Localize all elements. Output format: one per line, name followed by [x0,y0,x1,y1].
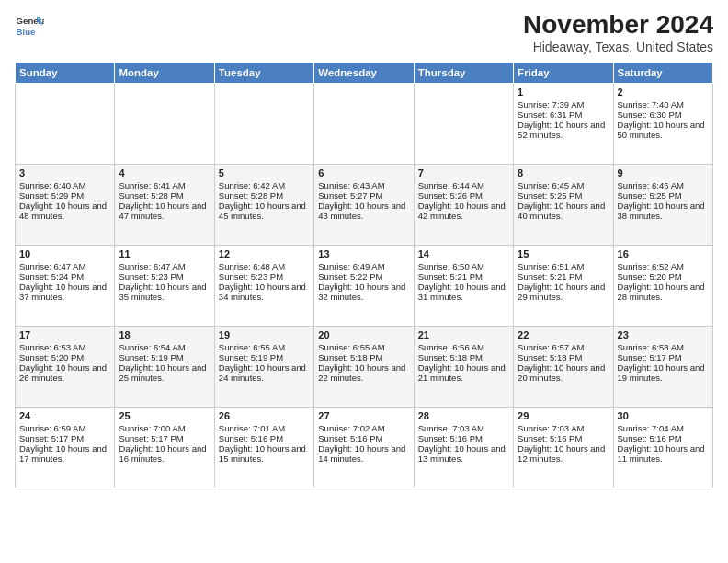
header: General Blue November 2024 Hideaway, Tex… [15,11,713,54]
day-info-line: Sunset: 5:19 PM [219,352,310,362]
day-info-line: Sunset: 5:28 PM [119,190,210,201]
day-number: 6 [318,167,409,178]
svg-text:Blue: Blue [17,27,36,37]
day-info-line: Sunset: 5:25 PM [518,190,609,201]
day-info-line: Sunrise: 7:00 AM [119,423,210,433]
calendar-day-cell [414,83,513,164]
month-title: November 2024 [523,11,713,40]
day-info-line: Daylight: 10 hours and 21 minutes. [418,362,509,383]
day-info-line: Sunrise: 6:43 AM [318,180,409,190]
day-of-week-header: Friday [514,62,613,83]
day-info-line: Sunrise: 6:47 AM [19,261,110,271]
calendar-day-cell: 14Sunrise: 6:50 AMSunset: 5:21 PMDayligh… [414,245,513,326]
day-info-line: Sunrise: 6:51 AM [518,261,609,271]
day-info-line: Daylight: 10 hours and 17 minutes. [19,443,110,464]
day-info-line: Daylight: 10 hours and 13 minutes. [418,443,509,464]
calendar-day-cell: 30Sunrise: 7:04 AMSunset: 5:16 PMDayligh… [613,407,712,488]
calendar-body: 1Sunrise: 7:39 AMSunset: 6:31 PMDaylight… [16,83,713,488]
calendar-day-cell: 29Sunrise: 7:03 AMSunset: 5:16 PMDayligh… [514,407,613,488]
day-of-week-header: Saturday [613,62,712,83]
day-number: 1 [518,86,609,98]
calendar-day-cell: 3Sunrise: 6:40 AMSunset: 5:29 PMDaylight… [16,164,115,245]
day-info-line: Daylight: 10 hours and 48 minutes. [19,201,110,221]
day-info-line: Sunset: 5:16 PM [318,433,409,443]
day-number: 24 [19,410,110,421]
calendar-day-cell: 22Sunrise: 6:57 AMSunset: 5:18 PMDayligh… [514,326,613,407]
day-info-line: Sunset: 5:25 PM [618,190,709,201]
title-block: November 2024 Hideaway, Texas, United St… [523,11,713,54]
day-info-line: Sunset: 5:17 PM [19,433,110,443]
day-info-line: Sunrise: 6:55 AM [219,342,310,352]
calendar-week-row: 10Sunrise: 6:47 AMSunset: 5:24 PMDayligh… [16,245,713,326]
day-info-line: Daylight: 10 hours and 14 minutes. [318,443,409,464]
day-number: 29 [518,410,609,421]
logo: General Blue [15,11,44,40]
day-number: 26 [219,410,310,421]
day-info-line: Sunrise: 6:44 AM [418,180,509,190]
calendar-day-cell: 1Sunrise: 7:39 AMSunset: 6:31 PMDaylight… [514,83,613,164]
day-info-line: Daylight: 10 hours and 35 minutes. [119,282,210,302]
calendar-week-row: 3Sunrise: 6:40 AMSunset: 5:29 PMDaylight… [16,164,713,245]
day-info-line: Daylight: 10 hours and 45 minutes. [219,201,310,221]
calendar-day-cell: 13Sunrise: 6:49 AMSunset: 5:22 PMDayligh… [314,245,414,326]
day-number: 25 [119,410,210,421]
day-info-line: Sunrise: 6:46 AM [618,180,709,190]
day-of-week-header: Tuesday [214,62,313,83]
day-number: 12 [219,248,310,259]
day-info-line: Sunset: 5:19 PM [119,352,210,362]
day-info-line: Daylight: 10 hours and 15 minutes. [219,443,310,464]
calendar-day-cell: 10Sunrise: 6:47 AMSunset: 5:24 PMDayligh… [16,245,115,326]
location-subtitle: Hideaway, Texas, United States [523,40,713,54]
day-info-line: Sunset: 5:21 PM [518,271,609,282]
day-number: 11 [119,248,210,259]
day-info-line: Sunrise: 7:02 AM [318,423,409,433]
day-info-line: Daylight: 10 hours and 31 minutes. [418,282,509,302]
day-info-line: Sunset: 5:17 PM [618,352,709,362]
day-info-line: Sunset: 5:26 PM [418,190,509,201]
day-number: 13 [318,248,409,259]
day-number: 7 [418,167,509,178]
day-info-line: Daylight: 10 hours and 20 minutes. [518,362,609,383]
day-info-line: Sunset: 5:28 PM [219,190,310,201]
calendar-day-cell: 25Sunrise: 7:00 AMSunset: 5:17 PMDayligh… [115,407,214,488]
day-info-line: Daylight: 10 hours and 16 minutes. [119,443,210,464]
calendar-day-cell: 5Sunrise: 6:42 AMSunset: 5:28 PMDaylight… [214,164,313,245]
day-info-line: Daylight: 10 hours and 43 minutes. [318,201,409,221]
calendar-day-cell [214,83,313,164]
day-info-line: Sunset: 6:30 PM [618,109,709,120]
day-info-line: Daylight: 10 hours and 28 minutes. [618,282,709,302]
day-info-line: Sunset: 5:23 PM [119,271,210,282]
calendar-week-row: 17Sunrise: 6:53 AMSunset: 5:20 PMDayligh… [16,326,713,407]
day-info-line: Sunrise: 6:45 AM [518,180,609,190]
calendar-day-cell: 20Sunrise: 6:55 AMSunset: 5:18 PMDayligh… [314,326,414,407]
calendar-day-cell: 23Sunrise: 6:58 AMSunset: 5:17 PMDayligh… [613,326,712,407]
day-info-line: Sunset: 5:16 PM [618,433,709,443]
day-info-line: Daylight: 10 hours and 25 minutes. [119,362,210,383]
day-info-line: Sunset: 5:29 PM [19,190,110,201]
day-of-week-header: Wednesday [314,62,414,83]
day-info-line: Daylight: 10 hours and 22 minutes. [318,362,409,383]
calendar-day-cell: 2Sunrise: 7:40 AMSunset: 6:30 PMDaylight… [613,83,712,164]
calendar-day-cell: 24Sunrise: 6:59 AMSunset: 5:17 PMDayligh… [16,407,115,488]
day-info-line: Sunrise: 6:42 AM [219,180,310,190]
day-info-line: Sunrise: 7:01 AM [219,423,310,433]
day-info-line: Sunrise: 6:40 AM [19,180,110,190]
day-info-line: Daylight: 10 hours and 37 minutes. [19,282,110,302]
day-info-line: Sunrise: 6:47 AM [119,261,210,271]
day-number: 30 [618,410,709,421]
day-info-line: Sunrise: 7:40 AM [618,99,709,109]
day-number: 23 [618,329,709,340]
day-info-line: Sunrise: 7:03 AM [518,423,609,433]
day-info-line: Daylight: 10 hours and 50 minutes. [618,120,709,140]
day-number: 5 [219,167,310,178]
day-info-line: Daylight: 10 hours and 12 minutes. [518,443,609,464]
day-of-week-header: Sunday [16,62,115,83]
day-number: 8 [518,167,609,178]
day-info-line: Sunset: 5:18 PM [418,352,509,362]
calendar-day-cell [16,83,115,164]
day-info-line: Daylight: 10 hours and 34 minutes. [219,282,310,302]
day-info-line: Sunset: 5:16 PM [219,433,310,443]
day-number: 4 [119,167,210,178]
calendar-day-cell: 26Sunrise: 7:01 AMSunset: 5:16 PMDayligh… [214,407,313,488]
calendar-week-row: 24Sunrise: 6:59 AMSunset: 5:17 PMDayligh… [16,407,713,488]
